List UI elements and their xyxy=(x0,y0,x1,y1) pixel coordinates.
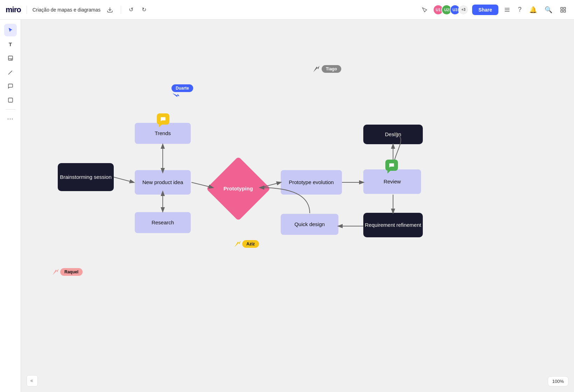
select-cursor-button[interactable] xyxy=(420,5,429,15)
arrows-svg xyxy=(21,20,574,392)
redo-button[interactable]: ↻ xyxy=(140,4,148,15)
cursor-arrow-aziz xyxy=(234,241,241,247)
svg-marker-26 xyxy=(52,269,59,275)
collapse-sidebar-button[interactable] xyxy=(27,375,38,386)
research-node[interactable]: Research xyxy=(135,212,191,233)
undo-button[interactable]: ↺ xyxy=(127,4,135,15)
cursor-tiago: Tiago xyxy=(313,65,341,73)
sidebar: T ··· xyxy=(0,20,21,392)
prototyping-diamond-shape xyxy=(206,156,271,221)
prototyping-diamond[interactable]: Prototyping xyxy=(215,165,262,212)
cursor-label-tiago: Tiago xyxy=(322,65,341,73)
chat-icon-review[interactable] xyxy=(385,160,398,171)
svg-rect-7 xyxy=(561,10,562,12)
design-node[interactable]: Design xyxy=(363,125,423,144)
svg-rect-9 xyxy=(8,56,13,60)
cursor-duarte: Duarte xyxy=(172,84,193,98)
cursor-label-aziz: Aziz xyxy=(242,240,259,248)
svg-line-15 xyxy=(114,177,134,182)
cursor-aziz: Aziz xyxy=(234,240,259,248)
zoom-indicator: 100% xyxy=(548,376,568,386)
quick-design-node[interactable]: Quick design xyxy=(281,214,338,235)
more-tools[interactable]: ··· xyxy=(4,112,17,125)
comment-tool[interactable] xyxy=(4,80,17,92)
review-node[interactable]: Review xyxy=(363,169,421,194)
svg-rect-5 xyxy=(561,7,562,9)
new-product-idea-node[interactable]: New product idea xyxy=(135,170,191,195)
menu-icon[interactable] xyxy=(558,5,568,15)
cursor-raquel: Raquel xyxy=(52,268,83,276)
frame-tool[interactable] xyxy=(4,94,17,106)
sticky-note-tool[interactable] xyxy=(4,52,17,64)
help-icon[interactable]: ? xyxy=(516,4,524,15)
divider xyxy=(27,6,27,14)
cursor-arrow-tiago xyxy=(313,66,320,72)
pen-tool[interactable] xyxy=(4,66,17,78)
cursor-arrow-duarte xyxy=(173,92,179,98)
svg-line-12 xyxy=(9,71,12,74)
prototype-evolution-node[interactable]: Prototype evolution xyxy=(281,170,342,195)
requirement-refinement-node[interactable]: Requirement refinement xyxy=(363,213,423,237)
cursor-label-duarte: Duarte xyxy=(172,84,193,92)
topbar: miro Criação de mapas e diagramas ↺ ↻ U1… xyxy=(0,0,574,20)
svg-marker-23 xyxy=(173,92,179,98)
chat-icon-trends[interactable] xyxy=(157,113,169,125)
brainstorming-session-node[interactable]: Brainstorming session xyxy=(58,163,114,191)
svg-marker-24 xyxy=(313,66,320,72)
svg-marker-25 xyxy=(234,241,241,247)
cursor-arrow-raquel xyxy=(52,269,59,275)
divider2 xyxy=(121,6,121,14)
search-icon[interactable]: 🔍 xyxy=(542,4,554,16)
trends-node[interactable]: Trends xyxy=(135,123,191,144)
sidebar-divider xyxy=(6,109,15,110)
avatar-count[interactable]: +3 xyxy=(458,5,469,15)
cursor-label-raquel: Raquel xyxy=(60,268,83,276)
export-button[interactable] xyxy=(105,5,115,15)
settings-icon[interactable] xyxy=(502,5,512,15)
document-title[interactable]: Criação de mapas e diagramas xyxy=(33,7,101,13)
miro-logo: miro xyxy=(6,5,21,14)
select-tool[interactable] xyxy=(4,24,17,36)
notifications-icon[interactable]: 🔔 xyxy=(527,4,539,16)
canvas[interactable]: Brainstorming session New product idea T… xyxy=(21,20,574,392)
svg-rect-6 xyxy=(564,7,566,9)
avatar-group: U1 U2 U3 +3 xyxy=(433,5,469,15)
svg-marker-1 xyxy=(422,8,427,12)
svg-line-13 xyxy=(8,74,9,74)
svg-rect-14 xyxy=(8,98,13,102)
svg-rect-8 xyxy=(564,10,566,12)
share-button[interactable]: Share xyxy=(472,5,498,15)
diagram: Brainstorming session New product idea T… xyxy=(21,20,574,392)
text-tool[interactable]: T xyxy=(4,38,17,50)
topbar-right: U1 U2 U3 +3 Share ? 🔔 🔍 xyxy=(420,4,568,16)
